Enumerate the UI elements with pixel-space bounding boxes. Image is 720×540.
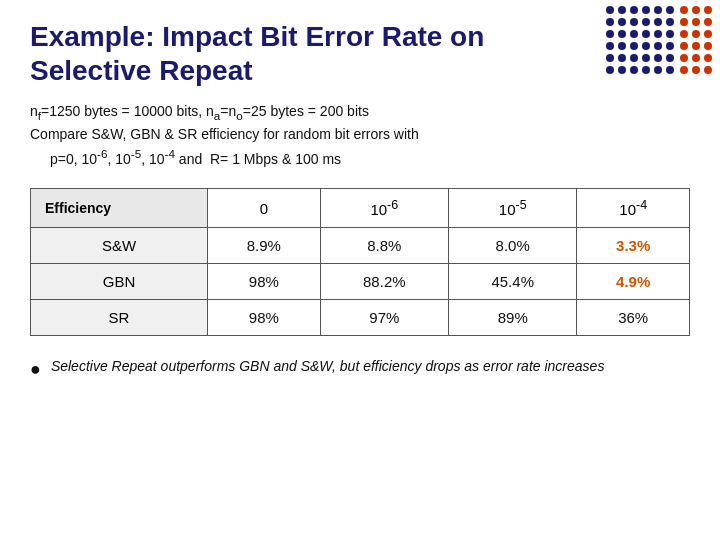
col-header-1e-6: 10-6 bbox=[320, 189, 448, 228]
cell-sw-1e6: 8.8% bbox=[320, 228, 448, 264]
row-label-sw: S&W bbox=[31, 228, 208, 264]
page-title: Example: Impact Bit Error Rate on Select… bbox=[30, 20, 690, 87]
cell-sw-1e5: 8.0% bbox=[449, 228, 577, 264]
col-header-0: 0 bbox=[208, 189, 321, 228]
cell-gbn-0: 98% bbox=[208, 264, 321, 300]
desc-line1: nf=1250 bytes = 10000 bits, na=no=25 byt… bbox=[30, 103, 369, 119]
desc-line3: p=0, 10-6, 10-5, 10-4 and R= 1 Mbps & 10… bbox=[30, 145, 690, 170]
main-content: Example: Impact Bit Error Rate on Select… bbox=[0, 0, 720, 540]
cell-gbn-1e5: 45.4% bbox=[449, 264, 577, 300]
cell-sw-1e4: 3.3% bbox=[577, 228, 690, 264]
col-header-1e-4: 10-4 bbox=[577, 189, 690, 228]
bullet-icon: ● bbox=[30, 358, 41, 381]
cell-sr-1e4: 36% bbox=[577, 300, 690, 336]
footer-note: ● Selective Repeat outperforms GBN and S… bbox=[30, 358, 690, 381]
table-row: S&W 8.9% 8.8% 8.0% 3.3% bbox=[31, 228, 690, 264]
efficiency-table: Efficiency 0 10-6 10-5 10-4 S&W 8.9% 8.8… bbox=[30, 188, 690, 336]
cell-sr-1e6: 97% bbox=[320, 300, 448, 336]
col-header-1e-5: 10-5 bbox=[449, 189, 577, 228]
table-row: GBN 98% 88.2% 45.4% 4.9% bbox=[31, 264, 690, 300]
row-label-gbn: GBN bbox=[31, 264, 208, 300]
cell-sr-0: 98% bbox=[208, 300, 321, 336]
cell-sw-0: 8.9% bbox=[208, 228, 321, 264]
cell-gbn-1e4: 4.9% bbox=[577, 264, 690, 300]
cell-gbn-1e6: 88.2% bbox=[320, 264, 448, 300]
cell-sr-1e5: 89% bbox=[449, 300, 577, 336]
col-header-efficiency: Efficiency bbox=[31, 189, 208, 228]
description: nf=1250 bytes = 10000 bits, na=no=25 byt… bbox=[30, 101, 690, 170]
desc-line2: Compare S&W, GBN & SR efficiency for ran… bbox=[30, 126, 419, 142]
table-row: SR 98% 97% 89% 36% bbox=[31, 300, 690, 336]
table-header-row: Efficiency 0 10-6 10-5 10-4 bbox=[31, 189, 690, 228]
row-label-sr: SR bbox=[31, 300, 208, 336]
footer-text: Selective Repeat outperforms GBN and S&W… bbox=[51, 358, 605, 374]
